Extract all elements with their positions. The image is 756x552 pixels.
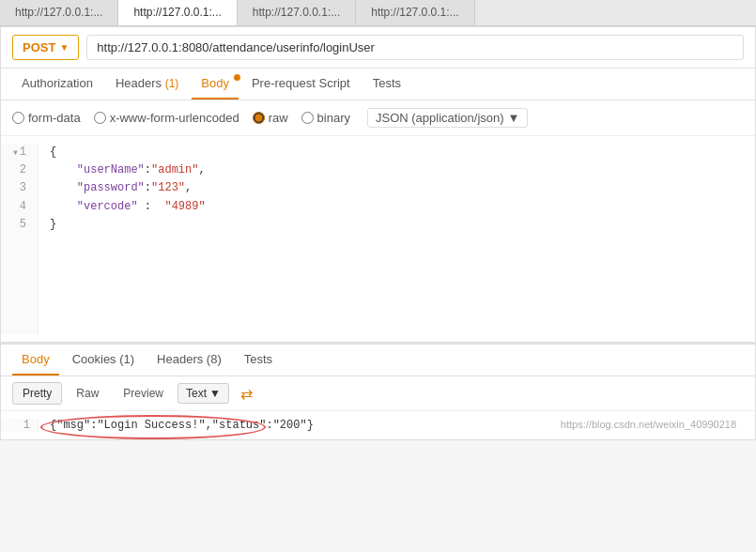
binary-option[interactable]: binary	[301, 111, 350, 125]
url-encoded-option[interactable]: x-www-form-urlencoded	[94, 111, 239, 125]
code-line-5: }	[50, 216, 744, 234]
code-line-2: "userName":"admin",	[50, 161, 744, 179]
top-tab-bar: http://127.0.0.1:... http://127.0.0.1:..…	[0, 0, 756, 26]
tab-tests[interactable]: Tests	[363, 69, 410, 100]
response-sub-tab-bar: Pretty Raw Preview Text ▼ ⇄	[1, 376, 755, 411]
url-input[interactable]	[86, 35, 744, 60]
binary-radio[interactable]	[301, 112, 314, 124]
raw-radio[interactable]	[253, 112, 265, 124]
code-editor[interactable]: 1 2 3 4 5 { "userName":"admin", "passwor…	[1, 136, 755, 343]
json-type-dropdown[interactable]: JSON (application/json) ▼	[367, 108, 528, 128]
chevron-down-icon: ▼	[209, 387, 221, 400]
headers-label: Headers	[116, 76, 165, 90]
response-tab-headers[interactable]: Headers (8)	[147, 345, 231, 376]
chevron-down-icon: ▼	[508, 111, 520, 125]
wrap-icon[interactable]: ⇄	[240, 385, 253, 403]
response-sub-tab-pretty[interactable]: Pretty	[12, 382, 62, 405]
code-content[interactable]: { "userName":"admin", "password":"123", …	[39, 144, 755, 334]
sub-tab-bar: Authorization Headers (1) Body Pre-reque…	[1, 69, 755, 100]
line-num-5: 5	[1, 216, 30, 234]
form-data-radio[interactable]	[12, 112, 24, 124]
top-tab-2[interactable]: http://127.0.0.1:...	[118, 0, 237, 25]
line-numbers: 1 2 3 4 5	[1, 144, 39, 334]
main-panel: POST ▼ Authorization Headers (1) Body Pr…	[0, 26, 756, 440]
response-format-dropdown[interactable]: Text ▼	[177, 383, 229, 404]
raw-option[interactable]: raw	[253, 111, 288, 125]
code-line-4: "vercode" : "4989"	[50, 198, 744, 216]
response-tab-cookies[interactable]: Cookies (1)	[63, 345, 144, 376]
body-badge	[234, 74, 240, 81]
request-line: POST ▼	[1, 27, 755, 69]
response-sub-tab-preview[interactable]: Preview	[113, 382, 174, 405]
method-label: POST	[23, 40, 55, 54]
code-line-1: {	[50, 144, 744, 161]
tab-prerequest[interactable]: Pre-request Script	[242, 69, 360, 100]
tab-authorization[interactable]: Authorization	[12, 69, 102, 100]
body-options-row: form-data x-www-form-urlencoded raw bina…	[1, 100, 755, 136]
top-tab-4[interactable]: http://127.0.0.1:...	[356, 0, 474, 25]
response-section: Body Cookies (1) Headers (8) Tests Prett…	[1, 343, 755, 439]
line-num-3: 3	[1, 179, 30, 197]
response-tab-bar: Body Cookies (1) Headers (8) Tests	[1, 345, 755, 376]
tab-headers[interactable]: Headers (1)	[106, 69, 188, 100]
line-num-2: 2	[1, 161, 30, 179]
top-tab-3[interactable]: http://127.0.0.1:...	[238, 0, 356, 25]
chevron-down-icon: ▼	[59, 42, 69, 53]
line-num-1: 1	[1, 144, 30, 161]
response-tab-tests[interactable]: Tests	[235, 345, 282, 376]
method-dropdown[interactable]: POST ▼	[12, 35, 79, 60]
response-tab-body[interactable]: Body	[12, 345, 59, 376]
form-data-option[interactable]: form-data	[12, 111, 81, 125]
response-sub-tab-raw[interactable]: Raw	[66, 382, 109, 405]
tab-body[interactable]: Body	[192, 69, 239, 100]
top-tab-1[interactable]: http://127.0.0.1:...	[0, 0, 118, 25]
url-encoded-radio[interactable]	[94, 112, 106, 124]
response-line-1: 1 {"msg":"Login Success!","status":"200"…	[1, 417, 755, 434]
response-content: 1 {"msg":"Login Success!","status":"200"…	[1, 411, 755, 439]
watermark: https://blog.csdn.net/weixin_40990218	[561, 419, 736, 430]
line-num-4: 4	[1, 198, 30, 216]
code-line-3: "password":"123",	[50, 179, 744, 197]
resp-line-num-1: 1	[1, 419, 39, 432]
